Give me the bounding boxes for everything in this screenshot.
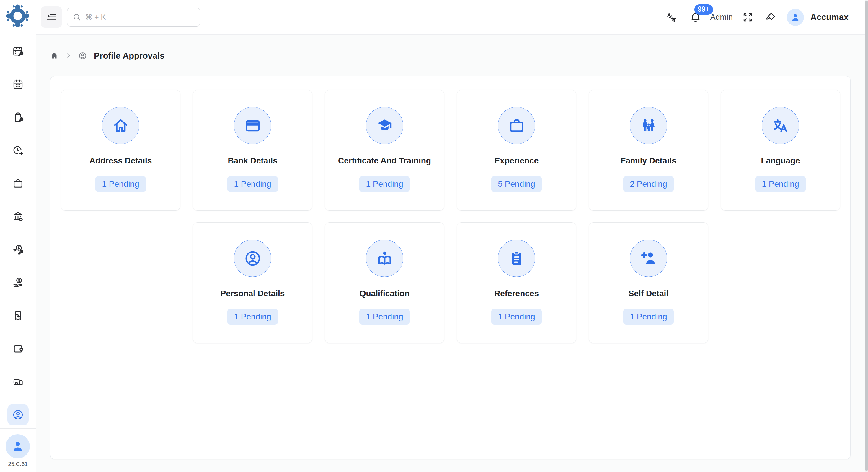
compensation-icon — [12, 277, 24, 288]
topbar-actions: 99+ Admin Accumax — [666, 0, 849, 35]
sidebar-item-organization-check[interactable] — [0, 200, 36, 233]
theme-customizer-button[interactable] — [764, 11, 776, 23]
card-family-details[interactable]: Family Details 2 Pending — [589, 90, 708, 211]
profile-avatar[interactable] — [787, 9, 804, 26]
sidebar-item-tax-receipt[interactable] — [0, 299, 36, 332]
search-icon — [73, 13, 81, 21]
personal-details-icon — [244, 250, 261, 267]
profile-approvals-icon — [12, 409, 24, 420]
card-references[interactable]: References 1 Pending — [457, 223, 576, 343]
sidebar-item-iconbox — [7, 206, 29, 227]
card-title: Bank Details — [228, 156, 277, 166]
card-icon-circle — [366, 240, 403, 277]
sidebar-item-iconbox — [7, 338, 29, 359]
topbar: 99+ Admin Accumax — [36, 0, 865, 35]
app-logo[interactable] — [5, 3, 30, 29]
pending-count-badge: 1 Pending — [359, 176, 409, 192]
sidebar-item-devices[interactable] — [0, 365, 36, 398]
sidebar-item-iconbox — [7, 74, 29, 95]
chevron-right-icon — [65, 52, 72, 59]
card-title: Self Detail — [628, 289, 669, 298]
card-self-detail[interactable]: Self Detail 1 Pending — [589, 223, 708, 343]
card-title: Personal Details — [221, 289, 285, 298]
sidebar-item-iconbox — [7, 404, 29, 426]
card-icon-circle — [102, 107, 140, 144]
sidebar-item-iconbox — [7, 107, 29, 128]
app-version: 25.C.61 — [0, 461, 36, 467]
bank-details-icon — [244, 117, 261, 134]
card-bank-details[interactable]: Bank Details 1 Pending — [193, 90, 312, 211]
sidebar-item-schedule-settings[interactable] — [0, 35, 36, 68]
role-label: Admin — [710, 13, 733, 22]
language-switcher-button[interactable] — [666, 12, 677, 23]
card-title: Experience — [495, 156, 538, 166]
card-title: Qualification — [360, 289, 410, 298]
references-icon — [508, 250, 525, 267]
card-title: Certificate And Training — [338, 156, 431, 166]
card-personal-details[interactable]: Personal Details 1 Pending — [193, 223, 312, 343]
sidebar-item-jobs[interactable] — [0, 167, 36, 200]
sidebar-item-iconbox — [7, 371, 29, 392]
search-input[interactable] — [85, 13, 194, 22]
sidebar-nav — [0, 35, 36, 431]
card-title: Family Details — [621, 156, 676, 166]
scrollbar-thumb[interactable] — [865, 1, 868, 471]
pending-count-badge: 1 Pending — [623, 309, 674, 325]
card-icon-circle — [762, 107, 799, 144]
card-icon-circle — [366, 107, 403, 144]
card-icon-circle — [630, 240, 667, 277]
user-avatar-icon — [790, 12, 800, 23]
card-language[interactable]: Language 1 Pending — [721, 90, 840, 211]
card-icon-circle — [630, 107, 667, 144]
sidebar-item-payroll-settings[interactable] — [0, 233, 36, 266]
tax-receipt-icon — [12, 310, 24, 321]
pending-count-badge: 1 Pending — [227, 309, 278, 325]
payroll-settings-icon — [12, 244, 24, 255]
devices-icon — [12, 376, 24, 387]
task-settings-icon — [12, 112, 24, 123]
sidebar: 25.C.61 — [0, 0, 36, 472]
card-icon-circle — [234, 240, 271, 277]
pending-count-badge: 2 Pending — [623, 176, 674, 192]
expand-icon — [743, 12, 752, 22]
card-icon-circle — [234, 107, 271, 144]
card-icon-circle — [498, 240, 535, 277]
notification-count-badge: 99+ — [694, 4, 713, 15]
pending-count-badge: 1 Pending — [227, 176, 278, 192]
user-circle-icon — [79, 52, 87, 60]
sidebar-item-time-request[interactable] — [0, 134, 36, 167]
schedule-settings-icon — [12, 46, 24, 57]
language-icon — [772, 117, 789, 134]
card-address-details[interactable]: Address Details 1 Pending — [61, 90, 180, 211]
card-title: Language — [761, 156, 800, 166]
sidebar-toggle-button[interactable] — [41, 6, 62, 28]
approvals-grid: Address Details 1 Pending Bank Details 1… — [51, 76, 850, 357]
card-title: References — [494, 289, 539, 298]
sidebar-item-iconbox — [7, 272, 29, 293]
sidebar-item-task-settings[interactable] — [0, 101, 36, 134]
pending-count-badge: 1 Pending — [491, 309, 541, 325]
sidebar-toggle-icon — [46, 11, 57, 23]
card-qualification[interactable]: Qualification 1 Pending — [325, 223, 444, 343]
breadcrumb: Profile Approvals — [50, 49, 164, 63]
scrollbar-track[interactable] — [865, 0, 868, 472]
home-icon[interactable] — [50, 52, 58, 60]
card-icon-circle — [498, 107, 535, 144]
card-certificate-and-training[interactable]: Certificate And Training 1 Pending — [325, 90, 444, 211]
sidebar-item-profile-approvals[interactable] — [0, 398, 36, 431]
fullscreen-button[interactable] — [743, 12, 752, 22]
pending-count-badge: 1 Pending — [359, 309, 409, 325]
sidebar-item-iconbox — [7, 305, 29, 326]
sidebar-user-avatar[interactable] — [6, 434, 30, 459]
global-search[interactable] — [67, 8, 200, 27]
sidebar-item-compensation[interactable] — [0, 266, 36, 299]
card-experience[interactable]: Experience 5 Pending — [457, 90, 576, 211]
notifications-button[interactable]: 99+ — [690, 11, 702, 24]
qualification-icon — [376, 250, 393, 267]
logo-icon — [5, 3, 30, 29]
sidebar-item-calendar[interactable] — [0, 68, 36, 101]
sidebar-item-iconbox — [7, 41, 29, 62]
sidebar-item-wallet[interactable] — [0, 332, 36, 365]
jobs-icon — [12, 178, 24, 189]
self-detail-icon — [640, 250, 657, 267]
